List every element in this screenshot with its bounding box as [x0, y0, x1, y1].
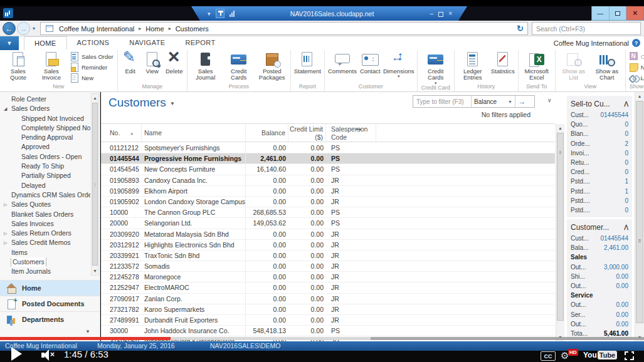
scroll-down-icon[interactable]: ▼ — [92, 267, 98, 275]
help-icon[interactable]: ? — [632, 39, 640, 47]
play-icon[interactable] — [11, 347, 22, 361]
table-row[interactable]: 20309920Metatorad Malaysia Sdn Bhd0.000.… — [101, 229, 555, 240]
sidebar-item-dynamics-crm-sales-orders[interactable]: Dynamics CRM Sales Orders — [0, 190, 90, 200]
forward-button[interactable]: → — [17, 22, 30, 35]
video-progress-bar[interactable] — [0, 337, 644, 340]
sidebar-item-ready-to-ship[interactable]: Ready To Ship — [0, 162, 90, 171]
column-header-salesperson-code[interactable]: Salesperson Code — [326, 124, 376, 142]
configure-buttons-icon[interactable]: ▼ — [85, 329, 90, 334]
factbox-field-value[interactable]: 2,461.00 — [604, 243, 628, 252]
column-header-credit-limit[interactable]: Credit Limit ($) — [288, 124, 326, 142]
page-title-dropdown-icon[interactable]: ▼ — [170, 101, 175, 106]
table-row[interactable]: 01905893Candoxy Canada Inc.0.000.00JR — [101, 175, 555, 186]
sidebar-button-home[interactable]: Home — [0, 280, 100, 296]
column-header-name[interactable]: Name — [142, 124, 246, 142]
app-menu-button[interactable]: ▼ — [0, 36, 19, 50]
sidebar-item-approved[interactable]: Approved — [0, 142, 90, 152]
contact-button[interactable]: Contact — [359, 51, 382, 75]
notes-button[interactable]: Notes — [628, 62, 644, 72]
apply-filter-button[interactable]: → — [515, 96, 529, 107]
new-button[interactable]: New — [68, 73, 115, 83]
tab-actions[interactable]: ACTIONS — [67, 36, 120, 50]
sales-invoice-button[interactable]: Sales Invoice — [35, 51, 68, 81]
table-row[interactable]: 21233572Somadis0.000.00JR — [101, 261, 555, 272]
table-row[interactable]: 01121212Spotsmeyer's Furnishings0.000.00… — [101, 143, 555, 153]
column-header-no[interactable]: No.▲ — [101, 124, 142, 142]
sidebar-item-sales-return-orders[interactable]: ▷Sales Return Orders — [0, 229, 90, 238]
factbox-field-value[interactable]: 0.00 — [616, 319, 628, 329]
tree-expander-icon[interactable]: ▷ — [4, 229, 7, 238]
sales-journal-button[interactable]: Sales Journal — [189, 51, 222, 81]
sidebar-item-sales-credit-memos[interactable]: ▷Sales Credit Memos — [0, 238, 90, 247]
sidebar-item-completely-shipped-not-invo[interactable]: Completely Shipped Not Invo — [0, 123, 90, 133]
sidebar-item-pending-approval[interactable]: Pending Approval — [0, 133, 90, 142]
sidebar-item-sales-orders-open[interactable]: Sales Orders - Open — [0, 152, 90, 162]
sidebar-item-item-journals[interactable]: Item Journals — [0, 267, 90, 276]
closed-captions-button[interactable]: CC — [541, 351, 556, 361]
scroll-up-icon[interactable]: ▲ — [635, 92, 644, 100]
scroll-up-icon[interactable]: ▲ — [556, 124, 564, 132]
sidebar-scrollbar[interactable]: ▲ ▼ — [91, 93, 99, 276]
filter-field-select[interactable]: Balance▼ — [471, 96, 515, 107]
table-row[interactable]: 01905902London Candoxy Storage Campus0.0… — [101, 197, 555, 207]
factbox-field-value[interactable]: 0 — [625, 205, 628, 215]
factbox-field-value[interactable]: 0.00 — [616, 281, 628, 291]
youtube-logo[interactable]: YouTube — [583, 351, 617, 359]
delete-button[interactable]: Delete — [164, 51, 185, 75]
collapse-icon[interactable]: ᐱ — [624, 101, 628, 108]
tree-expander-icon[interactable]: ▷ — [4, 238, 7, 247]
rdp-close-button[interactable]: × — [448, 10, 452, 17]
show-as-list-button[interactable]: Show as List — [557, 51, 590, 81]
pin-icon[interactable] — [216, 9, 224, 18]
table-row[interactable]: 01905899Elkhorn Airport0.000.00JR — [101, 186, 555, 197]
factbox-field-value[interactable]: 0.00 — [616, 300, 628, 309]
factbox-field-value[interactable]: 1 — [625, 187, 628, 196]
column-header-balance[interactable]: Balance — [246, 124, 288, 142]
search-input[interactable] — [532, 23, 640, 34]
breadcrumb-item-customers[interactable]: Customers — [174, 25, 210, 33]
table-row[interactable]: 20000Selangorian Ltd.149,053.620.00PS — [101, 218, 555, 229]
sidebar-item-sales-orders[interactable]: ◢Sales Orders — [0, 104, 90, 113]
factbox-field-value[interactable]: 0 — [625, 148, 628, 158]
sidebar-item-blanket-sales-orders[interactable]: Blanket Sales Orders — [0, 210, 90, 219]
dimensions-button[interactable]: Dimensions▾ — [383, 51, 415, 78]
table-row[interactable]: 27489991Durbandit Fruit Exporters0.000.0… — [101, 315, 555, 326]
statistics-button[interactable]: Statistics — [490, 51, 516, 75]
table-row[interactable]: 21252947ElectroMAROC0.000.00JR — [101, 282, 555, 293]
sales-quote-button[interactable]: Sales Quote — [2, 51, 34, 81]
sidebar-item-sales-quotes[interactable]: ▷Sales Quotes — [0, 200, 90, 209]
fullscreen-icon[interactable] — [625, 351, 634, 360]
reminder-button[interactable]: Reminder — [68, 62, 115, 72]
table-row[interactable]: 01445544Progressive Home Furnishings2,46… — [101, 153, 555, 164]
sidebar-item-role-center[interactable]: Role Center — [0, 95, 90, 104]
rdp-connection-bar[interactable]: ▾ NAV2016Sales.cloudapp.net – × — [191, 6, 467, 21]
close-button[interactable]: × — [626, 6, 643, 20]
restore-button[interactable] — [610, 6, 627, 20]
view-button[interactable]: View — [142, 51, 163, 75]
refresh-address-icon[interactable]: ↻ — [517, 24, 524, 33]
factbox-field-value[interactable]: 01445544 — [601, 110, 629, 120]
table-row[interactable]: 10000The Cannon Group PLC268,685.530.00P… — [101, 207, 555, 218]
ledger-entries-button[interactable]: Ledger Entries — [457, 51, 489, 81]
sidebar-item-customers[interactable]: Customers — [0, 257, 90, 267]
factbox-field-value[interactable]: 0 — [625, 158, 628, 167]
table-row[interactable]: 27321782Karoo Supermarkets0.000.00JR — [101, 304, 555, 315]
table-row[interactable]: 21245278Maronegoce0.000.00JR — [101, 272, 555, 282]
factbox-field-value[interactable]: 0.00 — [616, 272, 628, 281]
factbox-field-value[interactable]: 2 — [625, 139, 628, 148]
factbox-field-value[interactable]: 0 — [625, 196, 628, 205]
breadcrumb-item-home[interactable]: Home — [144, 25, 165, 33]
table-row[interactable]: 27090917Zanlan Corp.0.000.00JR — [101, 294, 555, 304]
sales-order-button[interactable]: Sales Order — [68, 51, 115, 61]
tree-expander-icon[interactable]: ◢ — [4, 104, 7, 113]
microsoft-excel-button[interactable]: Microsoft Excel — [520, 51, 553, 81]
filter-input[interactable] — [413, 98, 471, 105]
factbox-field-value[interactable]: 0 — [625, 129, 628, 138]
show-as-chart-button[interactable]: Show as Chart — [591, 51, 623, 81]
scroll-up-icon[interactable]: ▲ — [92, 94, 98, 102]
posted-packages-button[interactable]: Posted Packages — [256, 51, 288, 81]
factbox-field-value[interactable]: 1 — [625, 177, 628, 186]
table-scrollbar[interactable]: ▲ ▼ — [556, 124, 564, 341]
sidebar-item-delayed[interactable]: Delayed — [0, 181, 90, 190]
comments-button[interactable]: Comments — [327, 51, 358, 75]
